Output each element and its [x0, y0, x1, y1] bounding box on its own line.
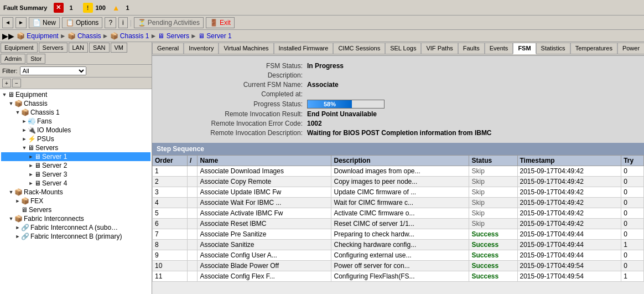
toggle-server2[interactable]: ► [28, 162, 34, 169]
toggle-fia[interactable]: ► [14, 224, 21, 231]
toggle-chassis1[interactable]: ▼ [14, 109, 21, 116]
fault-triangle-icon: ▲ [112, 3, 120, 12]
tab-installed-firmware[interactable]: Installed Firmware [274, 43, 334, 54]
cell-flag [187, 208, 198, 219]
server3-icon: 🖥 [34, 171, 41, 178]
tree-item-fia[interactable]: ► 🔗 Fabric Interconnect A (subordina... [1, 223, 150, 232]
col-timestamp: Timestamp [517, 156, 621, 166]
cell-timestamp: 2015-09-17T04:49:44 [517, 250, 621, 261]
tree-item-rm-servers[interactable]: 🖥 Servers [1, 205, 150, 214]
tab-vm[interactable]: VM [111, 43, 128, 53]
tab-power[interactable]: Power [617, 43, 644, 54]
fans-label: Fans [37, 117, 52, 125]
tab-vif-paths[interactable]: VIF Paths [421, 43, 458, 54]
tab-temperatures[interactable]: Temperatures [570, 43, 617, 54]
toggle-fib[interactable]: ► [14, 233, 21, 240]
toggle-rackmounts[interactable]: ▼ [8, 189, 14, 195]
cell-order: 4 [153, 198, 188, 208]
tab-faults[interactable]: Faults [458, 43, 485, 54]
tree-item-chassis[interactable]: ▼ 📦 Chassis [1, 99, 150, 108]
table-row: 2 Associate Copy Remote Copy images to p… [153, 177, 644, 187]
server3-label: Server 3 [42, 171, 67, 178]
cell-name: Associate Download Images [198, 166, 331, 177]
cell-try: 1 [621, 240, 644, 250]
tab-sel-logs[interactable]: SEL Logs [385, 43, 421, 54]
tab-admin[interactable]: Admin [1, 54, 25, 64]
back-button[interactable]: ◄ [2, 17, 13, 28]
cell-flag [187, 240, 198, 250]
toggle-fabric[interactable]: ▼ [8, 215, 14, 222]
fsm-status-value: In Progress [307, 62, 344, 70]
pending-button[interactable]: ⏳ Pending Activities [134, 17, 204, 28]
exit-button[interactable]: 🚪 Exit [206, 17, 235, 28]
tab-equipment[interactable]: Equipment [1, 43, 38, 53]
tab-inventory[interactable]: Inventory [184, 43, 219, 54]
toggle-equipment[interactable]: ▼ [1, 91, 8, 98]
servers-icon: 🖥 [28, 144, 34, 152]
rackmounts-label: Rack-Mounts [24, 188, 63, 196]
tab-fsm[interactable]: FSM [513, 43, 536, 54]
tab-servers[interactable]: Servers [39, 43, 67, 53]
collapse-all-button[interactable]: − [12, 79, 21, 87]
tab-virtual-machines[interactable]: Virtual Machines [219, 43, 273, 54]
options-button[interactable]: 📋 Options [62, 17, 102, 28]
tab-events[interactable]: Events [485, 43, 513, 54]
fsm-current-value: Associate [307, 81, 339, 89]
cell-status: Skip [469, 177, 517, 187]
toggle-server3[interactable]: ► [28, 171, 34, 178]
breadcrumb-item-server1[interactable]: 🖥 Server 1 [198, 32, 232, 40]
tree-item-server1[interactable]: ► 🖥 Server 1 [1, 152, 150, 161]
cell-timestamp: 2015-09-17T04:49:44 [517, 240, 621, 250]
table-row: 7 Associate Pre Sanitize Preparing to ch… [153, 229, 644, 240]
tab-stor[interactable]: Stor [27, 54, 45, 64]
tree-item-servers-node[interactable]: ▼ 🖥 Servers [1, 143, 150, 152]
help-button[interactable]: ? [105, 17, 116, 28]
toggle-fex[interactable]: ► [14, 198, 21, 204]
cell-try: 0 [621, 198, 644, 208]
right-tab-bar: General Inventory Virtual Machines Insta… [152, 42, 644, 56]
tree-toolbar: + − [0, 78, 152, 89]
tab-general[interactable]: General [152, 43, 184, 54]
toggle-server1[interactable]: ► [28, 153, 34, 160]
step-table-wrap[interactable]: Order / Name Description Status Timestam… [152, 155, 644, 294]
fsm-current-label: Current FSM Name: [163, 81, 307, 89]
tab-san[interactable]: SAN [89, 43, 110, 53]
tab-statistics[interactable]: Statistics [536, 43, 570, 54]
toggle-iomodules[interactable]: ► [21, 127, 28, 133]
toggle-rm-servers [14, 207, 21, 213]
options-icon: 📋 [66, 19, 74, 27]
toggle-psus[interactable]: ► [21, 136, 28, 142]
tab-cimc-sessions[interactable]: CIMC Sessions [333, 43, 385, 54]
info-button[interactable]: i [118, 17, 128, 28]
new-button[interactable]: 📄 New [29, 17, 60, 28]
cell-description: Checking hardware config... [331, 240, 469, 250]
tree-item-fabric-interconnects[interactable]: ▼ 📦 Fabric Interconnects [1, 214, 150, 223]
cell-try: 0 [621, 208, 644, 219]
table-row: 10 Associate Blade Power Off Power off s… [153, 261, 644, 271]
tree-item-server2[interactable]: ► 🖥 Server 2 [1, 161, 150, 170]
tree-item-psus[interactable]: ► ⚡ PSUs [1, 135, 150, 143]
breadcrumb-item-chassis[interactable]: 📦 Chassis [67, 32, 101, 40]
psus-label: PSUs [37, 135, 54, 143]
filter-select[interactable]: All [20, 66, 86, 75]
toggle-servers-node[interactable]: ▼ [21, 145, 28, 151]
breadcrumb-item-servers[interactable]: 🖥 Servers [158, 32, 189, 40]
forward-button[interactable]: ► [15, 17, 27, 28]
tree-item-equipment[interactable]: ▼ 🖥 Equipment [1, 90, 150, 99]
toggle-fans[interactable]: ► [21, 118, 28, 125]
expand-all-button[interactable]: + [2, 79, 11, 87]
tree-item-rackmounts[interactable]: ▼ 📦 Rack-Mounts [1, 188, 150, 197]
tree-item-chassis1[interactable]: ▼ 📦 Chassis 1 [1, 108, 150, 117]
col-name: Name [198, 156, 331, 166]
toggle-server4[interactable]: ► [28, 180, 34, 187]
tree-item-fex[interactable]: ► 📦 FEX [1, 197, 150, 205]
toggle-chassis[interactable]: ▼ [8, 100, 14, 107]
tree-item-server4[interactable]: ► 🖥 Server 4 [1, 179, 150, 188]
tree-item-fib[interactable]: ► 🔗 Fabric Interconnect B (primary) [1, 232, 150, 241]
tree-item-server3[interactable]: ► 🖥 Server 3 [1, 170, 150, 179]
breadcrumb-item-chassis1[interactable]: 📦 Chassis 1 [110, 32, 149, 40]
tree-item-fans[interactable]: ► 💨 Fans [1, 117, 150, 126]
breadcrumb-item-equipment[interactable]: 📦 Equipment [17, 32, 59, 40]
tree-item-iomodules[interactable]: ► 🔌 IO Modules [1, 126, 150, 135]
tab-lan[interactable]: LAN [69, 43, 88, 53]
